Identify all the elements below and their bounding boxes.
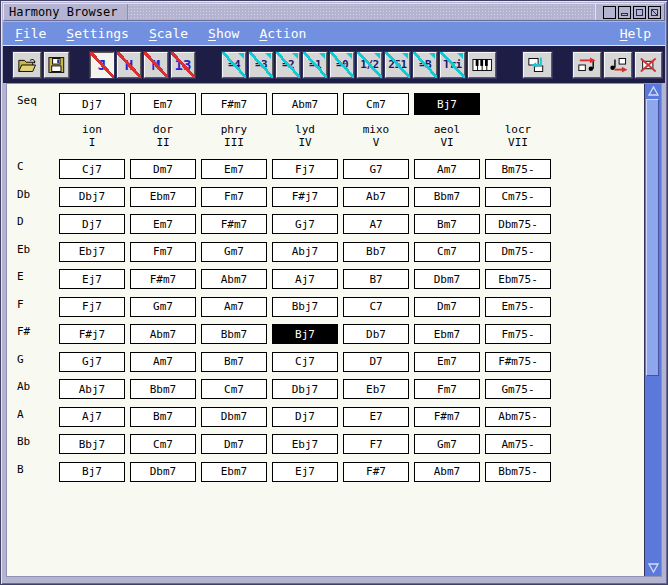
chord-button[interactable]: Cm7 — [201, 379, 267, 399]
chord-button[interactable]: F#m7 — [130, 269, 196, 289]
chord-button[interactable]: Bbm75- — [485, 462, 551, 482]
chord-button[interactable]: Em7 — [130, 214, 196, 234]
chord-button[interactable]: Am75- — [485, 434, 551, 454]
chord-button[interactable]: Dbj7 — [59, 187, 125, 207]
chord-button[interactable]: Dbm7 — [201, 407, 267, 427]
chord-button[interactable]: Dm75- — [485, 242, 551, 262]
chord-button[interactable]: Bbm7 — [201, 324, 267, 344]
chord-button[interactable]: Cm7 — [130, 434, 196, 454]
vertical-scrollbar[interactable] — [644, 84, 661, 576]
chord-button[interactable]: F#m7 — [414, 407, 480, 427]
chord-button[interactable]: Dbm7 — [130, 462, 196, 482]
seq-chord-button[interactable]: Abm7 — [272, 93, 338, 115]
filter-eq2-button[interactable]: =2 — [276, 52, 300, 78]
chord-button[interactable]: Em7 — [414, 352, 480, 372]
menu-scale[interactable]: Scale — [143, 23, 194, 44]
seq-chord-button[interactable]: F#m7 — [201, 93, 267, 115]
chord-button[interactable]: D7 — [343, 352, 409, 372]
chord-button[interactable]: F#j7 — [272, 187, 338, 207]
send-to-sequence-button[interactable] — [523, 52, 551, 78]
chord-button[interactable]: Abm7 — [130, 324, 196, 344]
chord-button[interactable]: Gm7 — [130, 297, 196, 317]
chord-button[interactable]: Cj7 — [272, 352, 338, 372]
chord-button[interactable]: Bbm7 — [130, 379, 196, 399]
chord-button[interactable]: Ab7 — [343, 187, 409, 207]
menu-file[interactable]: File — [9, 23, 52, 44]
window-minimize-button[interactable] — [618, 6, 631, 19]
chord-button[interactable]: Ebj7 — [59, 242, 125, 262]
chord-button[interactable]: Gj7 — [272, 214, 338, 234]
chord-button[interactable]: Em7 — [201, 159, 267, 179]
seq-chord-button[interactable]: Cm7 — [343, 93, 409, 115]
chord-button[interactable]: Ebm7 — [130, 187, 196, 207]
chord-button[interactable]: Abj7 — [272, 242, 338, 262]
chord-button[interactable]: Am7 — [130, 352, 196, 372]
chord-button[interactable]: A7 — [343, 214, 409, 234]
jazz-toggle-button[interactable]: J — [90, 52, 114, 78]
chord-button[interactable]: Dbm75- — [485, 214, 551, 234]
filter-eq4-button[interactable]: =4 — [222, 52, 246, 78]
scrollbar-thumb[interactable] — [646, 99, 659, 376]
chord-button[interactable]: C7 — [343, 297, 409, 317]
chord-button[interactable]: Bj7 — [272, 324, 338, 344]
chord-button[interactable]: Gm7 — [201, 242, 267, 262]
chord-button[interactable]: F#j7 — [59, 324, 125, 344]
piano-view-button[interactable] — [468, 52, 496, 78]
filter-tri-button[interactable]: Tri — [440, 52, 465, 78]
chord-button[interactable]: Cm7 — [414, 242, 480, 262]
scroll-up-button[interactable] — [646, 84, 660, 98]
menu-help[interactable]: Help — [614, 23, 657, 44]
harmony-toggle-button[interactable]: H — [117, 52, 141, 78]
chord-button[interactable]: G7 — [343, 159, 409, 179]
chord-button[interactable]: Aj7 — [59, 407, 125, 427]
chord-button[interactable]: Gm75- — [485, 379, 551, 399]
save-file-button[interactable] — [44, 52, 69, 78]
scroll-down-button[interactable] — [646, 561, 660, 575]
filter-eq3-button[interactable]: =3 — [249, 52, 273, 78]
chord-button[interactable]: Fm7 — [130, 242, 196, 262]
chord-button[interactable]: Fj7 — [272, 159, 338, 179]
chord-button[interactable]: F#m75- — [485, 352, 551, 372]
chord-button[interactable]: Em75- — [485, 297, 551, 317]
thirteen-toggle-button[interactable]: 13 — [171, 52, 195, 78]
chord-button[interactable]: Dj7 — [272, 407, 338, 427]
chord-button[interactable]: Dj7 — [59, 214, 125, 234]
chord-button[interactable]: Abm7 — [414, 462, 480, 482]
chord-button[interactable]: Fm7 — [201, 187, 267, 207]
chord-button[interactable]: Bm7 — [130, 407, 196, 427]
chord-button[interactable]: Cm75- — [485, 187, 551, 207]
melody-toggle-button[interactable]: M — [144, 52, 168, 78]
chord-button[interactable]: F#m7 — [201, 214, 267, 234]
window-close-button[interactable] — [648, 6, 661, 19]
chord-button[interactable]: Cj7 — [59, 159, 125, 179]
chord-button[interactable]: Bbj7 — [272, 297, 338, 317]
chord-button[interactable]: Aj7 — [272, 269, 338, 289]
filter-eq0-button[interactable]: =0 — [330, 52, 354, 78]
insert-chord-button[interactable] — [573, 52, 601, 78]
chord-button[interactable]: Bj7 — [59, 462, 125, 482]
chord-button[interactable]: Fm75- — [485, 324, 551, 344]
filter-251-button[interactable]: 251 — [385, 52, 410, 78]
chord-button[interactable]: F#7 — [343, 462, 409, 482]
window-maximize-button[interactable] — [633, 6, 646, 19]
titlebar[interactable]: Harmony Browser — [3, 3, 665, 21]
chord-button[interactable]: Ebm7 — [201, 462, 267, 482]
filter-eq1-button[interactable]: =1 — [303, 52, 327, 78]
chord-button[interactable]: Bbj7 — [59, 434, 125, 454]
window-blank-button[interactable] — [603, 6, 616, 19]
seq-chord-button[interactable]: Bj7 — [414, 93, 480, 115]
chord-button[interactable]: B7 — [343, 269, 409, 289]
chord-button[interactable]: Ebj7 — [272, 434, 338, 454]
chord-button[interactable]: Dm7 — [201, 434, 267, 454]
chord-button[interactable]: Bbm7 — [414, 187, 480, 207]
seq-chord-button[interactable]: Dj7 — [59, 93, 125, 115]
chord-button[interactable]: Dbm7 — [414, 269, 480, 289]
chord-button[interactable]: Ebm75- — [485, 269, 551, 289]
chord-button[interactable]: Gj7 — [59, 352, 125, 372]
chord-button[interactable]: Ebm7 — [414, 324, 480, 344]
chord-button[interactable]: Ej7 — [59, 269, 125, 289]
chord-button[interactable]: Eb7 — [343, 379, 409, 399]
chord-button[interactable]: Dm7 — [130, 159, 196, 179]
chord-button[interactable]: E7 — [343, 407, 409, 427]
chord-button[interactable]: Am7 — [201, 297, 267, 317]
